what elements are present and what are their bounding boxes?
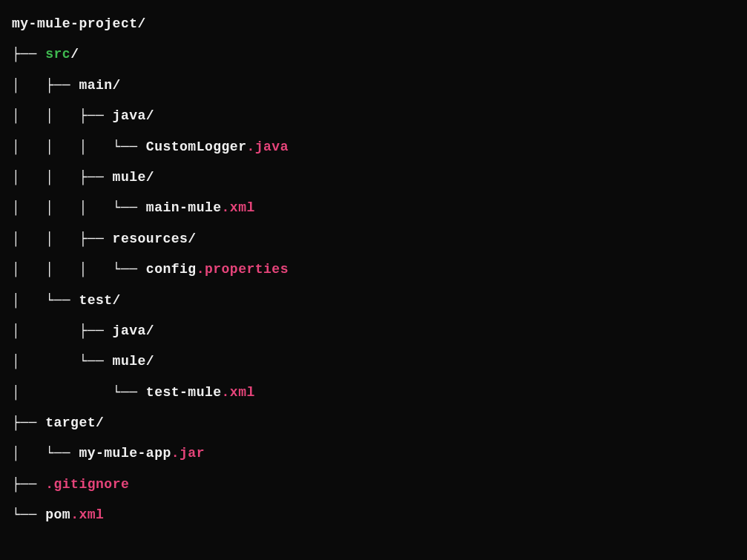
tree-segment: ├── — [12, 47, 45, 62]
tree-line: │ └── my-mule-app.jar — [12, 438, 735, 469]
tree-segment: │ │ │ └── main-mule — [12, 200, 222, 215]
tree-segment: │ │ ├── mule/ — [12, 170, 154, 185]
tree-line: │ │ ├── mule/ — [12, 162, 735, 193]
tree-line: │ │ │ └── main-mule.xml — [12, 193, 735, 223]
tree-segment: .java — [246, 139, 289, 154]
tree-segment: .properties — [197, 262, 289, 277]
tree-segment: │ ├── main/ — [12, 78, 121, 93]
tree-line: │ │ ├── resources/ — [12, 224, 735, 254]
tree-segment: my-mule-project/ — [12, 16, 146, 31]
tree-segment: │ └── test-mule — [12, 385, 222, 400]
tree-line: └── pom.xml — [12, 500, 735, 530]
tree-line: │ └── test/ — [12, 286, 735, 316]
tree-segment: └── pom — [12, 507, 70, 522]
tree-segment: ├── — [12, 477, 45, 492]
tree-segment: │ └── mule/ — [12, 354, 154, 369]
tree-line: my-mule-project/ — [12, 9, 735, 39]
tree-line: ├── target/ — [12, 408, 735, 438]
tree-segment: .xml — [70, 507, 104, 522]
tree-segment: .xml — [222, 385, 255, 400]
tree-line: ├── .gitignore — [12, 470, 735, 500]
file-tree-view: my-mule-project/├── src/│ ├── main/│ │ ├… — [12, 9, 735, 531]
tree-segment: │ │ ├── java/ — [12, 108, 154, 123]
tree-segment: / — [70, 47, 79, 62]
tree-line: │ └── mule/ — [12, 346, 735, 377]
tree-line: │ │ ├── java/ — [12, 101, 735, 131]
tree-line: │ │ │ └── config.properties — [12, 254, 735, 285]
tree-line: ├── src/ — [12, 39, 735, 70]
tree-line: │ └── test-mule.xml — [12, 378, 735, 408]
tree-line: │ │ │ └── CustomLogger.java — [12, 132, 735, 162]
tree-line: │ ├── java/ — [12, 316, 735, 346]
tree-segment: .jar — [171, 446, 205, 461]
tree-segment: .gitignore — [45, 477, 129, 492]
tree-segment: ├── target/ — [12, 415, 104, 430]
tree-segment: │ │ │ └── config — [12, 262, 197, 277]
tree-segment: │ │ │ └── CustomLogger — [12, 139, 246, 154]
tree-segment: │ │ ├── resources/ — [12, 231, 197, 246]
tree-segment: │ ├── java/ — [12, 323, 154, 338]
tree-segment: │ └── test/ — [12, 293, 121, 308]
tree-line: │ ├── main/ — [12, 70, 735, 101]
tree-segment: │ └── my-mule-app — [12, 446, 171, 461]
tree-segment: .xml — [222, 200, 255, 215]
tree-segment: src — [45, 47, 70, 62]
